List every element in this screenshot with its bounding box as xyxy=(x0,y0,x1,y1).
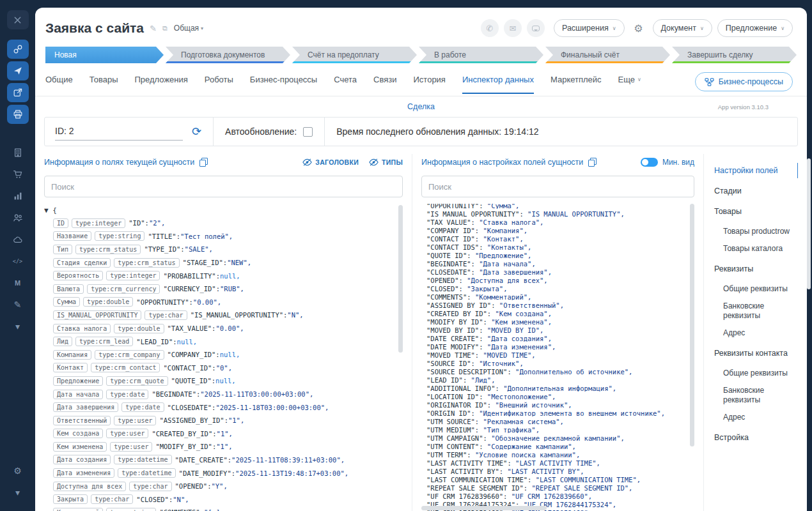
json-value: "2025-11-13T19:48:17+03:00", xyxy=(235,469,348,477)
developer-icon[interactable]: </> xyxy=(7,252,29,271)
menu-item-банковские-реквизиты[interactable]: Банковские реквизиты xyxy=(723,301,790,321)
field-badge: type:double xyxy=(114,324,164,333)
pipeline-selector[interactable]: Общая ▾ xyxy=(174,24,203,33)
field-badge: type:integer xyxy=(72,218,125,228)
edit-title-icon[interactable]: ✎ xyxy=(150,24,157,33)
json-colon: : xyxy=(495,385,503,392)
mail-icon[interactable]: ✉ xyxy=(504,19,522,37)
tab-label: Предложения xyxy=(134,75,187,84)
menu-item-товары-каталога[interactable]: Товары каталога xyxy=(723,244,790,254)
employees-icon[interactable] xyxy=(7,208,29,227)
business-process-button[interactable]: Бизнес-процессы xyxy=(695,72,793,91)
print-icon[interactable] xyxy=(7,105,29,124)
settings-row: "TAX_VALUE": "Ставка налога", xyxy=(421,217,687,225)
stage-4[interactable]: В работе xyxy=(419,47,543,63)
tab-предложения[interactable]: Предложения xyxy=(134,75,187,94)
settings-panel-title[interactable]: Информация о настройках полей сущности xyxy=(421,158,583,167)
stage-3[interactable]: Счёт на предоплату xyxy=(292,47,417,63)
tab-маркетплейс[interactable]: Маркетплейс xyxy=(550,75,602,94)
tab-история[interactable]: История xyxy=(414,75,446,94)
marketplace-icon[interactable]: M xyxy=(7,273,29,293)
json-value: "0.00", xyxy=(215,324,244,332)
autorefresh-checkbox[interactable] xyxy=(303,127,313,137)
json-value: "2025-11-11T08:39:11+03:00", xyxy=(231,456,345,464)
refresh-icon[interactable]: ⟳ xyxy=(192,125,201,139)
types-toggle[interactable]: ТИПЫ xyxy=(369,158,403,166)
menu-item-встройка[interactable]: Встройка xyxy=(714,432,790,443)
field-badge: Компания xyxy=(53,350,91,360)
offer-button[interactable]: Предложение ∨ xyxy=(717,19,793,37)
fields-panel-title[interactable]: Информация о полях текущей сущности xyxy=(44,158,194,167)
entity-link[interactable]: Сделка xyxy=(35,102,807,111)
tab-счета[interactable]: Счета xyxy=(334,75,357,94)
close-icon[interactable] xyxy=(7,10,29,29)
field-badge: Предложение xyxy=(53,376,103,386)
tab-бизнес-процессы[interactable]: Бизнес-процессы xyxy=(250,75,317,94)
field-row: Дата созданияtype:datetime"DATE_CREATE":… xyxy=(53,454,395,467)
open-external-icon[interactable] xyxy=(7,83,29,102)
field-badge: Комментарий xyxy=(53,508,103,511)
copy-link-icon[interactable]: ⧉ xyxy=(162,24,168,33)
company-icon[interactable] xyxy=(7,143,29,162)
menu-item-реквизиты[interactable]: Реквизиты xyxy=(714,264,790,274)
more-icon[interactable]: ▾ xyxy=(7,483,29,502)
gear-icon[interactable]: ⚙ xyxy=(630,19,648,37)
settings-search-input[interactable] xyxy=(421,176,694,197)
scrollbar[interactable] xyxy=(690,204,694,446)
menu-item-товары-productrow[interactable]: Товары productrow xyxy=(723,227,790,236)
tab-инспектор-данных[interactable]: Инспектор данных xyxy=(462,75,534,94)
tab-роботы[interactable]: Роботы xyxy=(205,75,233,94)
headers-toggle[interactable]: ЗАГОЛОВКИ xyxy=(302,158,359,166)
link-icon[interactable] xyxy=(7,40,29,59)
bp-icon xyxy=(705,78,714,86)
id-input[interactable]: ID: 2 xyxy=(55,123,183,141)
chat-icon[interactable] xyxy=(527,19,545,37)
json-colon: : xyxy=(475,351,483,358)
document-button[interactable]: Документ ∨ xyxy=(653,19,712,37)
settings-row: "UTM_CAMPAIGN": "Обозначение рекламной к… xyxy=(421,433,687,441)
settings-icon[interactable]: ⚙ xyxy=(7,461,29,480)
menu-item-стадии[interactable]: Стадии xyxy=(714,186,790,196)
menu-item-общие-реквизиты[interactable]: Общие реквизиты xyxy=(723,369,790,378)
collapse-icon[interactable]: ▾ xyxy=(7,317,29,336)
menu-item-общие-реквизиты[interactable]: Общие реквизиты xyxy=(723,284,790,294)
messenger-icon[interactable] xyxy=(7,61,29,80)
menu-item-товары[interactable]: Товары xyxy=(714,206,790,217)
shop-icon[interactable] xyxy=(7,165,29,184)
field-row: Компанияtype:crm_company"COMPANY_ID": nu… xyxy=(53,348,395,362)
stage-6[interactable]: Завершить сделку xyxy=(672,47,797,63)
tab-связи[interactable]: Связи xyxy=(373,75,396,94)
phone-icon[interactable]: ✆ xyxy=(481,19,499,37)
stage-5[interactable]: Финальный счёт xyxy=(545,47,670,63)
tab-еще[interactable]: Еще∨ xyxy=(618,75,641,94)
tab-общие[interactable]: Общие xyxy=(45,75,73,94)
json-value: "N", xyxy=(287,311,303,319)
settings-row: "MOVED_TIME": "MOVED_TIME", xyxy=(421,350,687,358)
menu-item-реквизиты-контакта[interactable]: Реквизиты контакта xyxy=(714,348,790,358)
json-key: "CLOSED" xyxy=(426,285,459,292)
menu-item-банковские-реквизиты[interactable]: Банковские реквизиты xyxy=(723,386,790,405)
stage-underline xyxy=(545,61,670,63)
field-badge: type:datetime xyxy=(118,468,175,478)
json-key: "MOVED_BY_ID" xyxy=(426,326,479,333)
tab-товары[interactable]: Товары xyxy=(90,75,118,94)
fields-search-input[interactable] xyxy=(44,176,403,197)
disk-icon[interactable] xyxy=(7,230,29,249)
stage-1[interactable]: Новая xyxy=(45,47,164,63)
copy-icon[interactable] xyxy=(588,158,597,167)
menu-item-адрес[interactable]: Адрес xyxy=(723,328,790,338)
chat-bubble-icon xyxy=(532,26,540,31)
edit-icon[interactable]: ✎ xyxy=(7,295,29,314)
menu-item-настройки-полей[interactable]: Настройки полей xyxy=(714,165,790,176)
scrollbar-horizontal[interactable] xyxy=(421,506,547,510)
analytics-icon[interactable] xyxy=(7,187,29,206)
stage-2[interactable]: Подготовка документов xyxy=(166,47,290,63)
extensions-button[interactable]: Расширения ∨ xyxy=(554,19,625,37)
scrollbar[interactable] xyxy=(398,205,403,353)
menu-item-адрес[interactable]: Адрес xyxy=(723,413,790,422)
page-scrollbar[interactable] xyxy=(807,158,811,289)
json-key: "COMPANY_ID" xyxy=(168,351,216,358)
min-view-toggle[interactable]: Мин. вид xyxy=(641,158,694,167)
copy-icon[interactable] xyxy=(199,158,208,167)
field-row: Лидtype:crm_lead"LEAD_ID": null, xyxy=(53,335,395,348)
